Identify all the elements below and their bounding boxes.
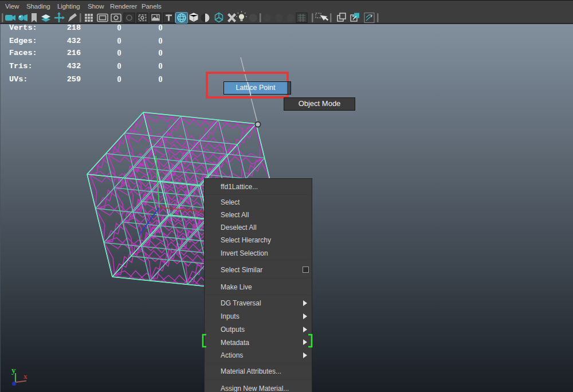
svg-text:y: y: [11, 366, 16, 375]
svg-text:x: x: [23, 372, 28, 381]
